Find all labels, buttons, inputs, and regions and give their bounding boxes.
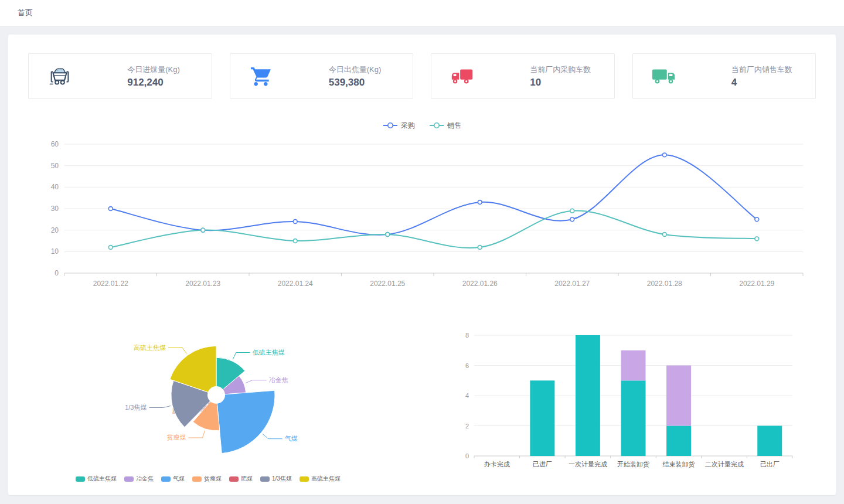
pie-legend-label: 1/3焦煤 [272,475,292,483]
svg-text:气煤: 气煤 [285,435,298,442]
stat-label: 当前厂内销售车数 [731,64,809,75]
svg-text:2022.01.24: 2022.01.24 [278,280,313,288]
svg-text:2: 2 [465,423,469,430]
svg-text:20: 20 [51,226,59,234]
mine-cart-icon [29,64,90,88]
line-legend-marker-icon [429,122,444,129]
svg-text:10: 10 [51,247,59,256]
pie-legend-label: 冶金焦 [136,475,154,483]
stat-card-purchase-trucks: 当前厂内采购车数 10 [431,53,615,99]
pie-legend-label: 气煤 [173,475,185,483]
bottom-charts-row: 低硫主焦煤冶金焦气煤贫瘦煤肥煤1/3焦煤高硫主焦煤 低硫主焦煤冶金焦气煤贫瘦煤肥… [8,320,836,483]
svg-text:2022.01.28: 2022.01.28 [647,280,682,288]
svg-text:贫瘦煤: 贫瘦煤 [167,434,186,441]
svg-text:2022.01.22: 2022.01.22 [93,280,128,288]
line-legend-label: 采购 [401,121,415,131]
svg-text:0: 0 [55,269,59,277]
pie-legend-item-肥煤[interactable]: 肥煤 [229,475,253,483]
svg-text:50: 50 [51,162,59,170]
svg-text:2022.01.25: 2022.01.25 [370,280,405,288]
purchase-truck-icon [431,66,493,87]
topbar: 首页 [0,0,844,26]
svg-text:冶金焦: 冶金焦 [269,376,288,383]
coal-type-pie-chart[interactable]: 低硫主焦煤冶金焦气煤贫瘦煤肥煤1/3焦煤高硫主焦煤 [26,320,436,468]
svg-text:2022.01.29: 2022.01.29 [739,280,774,288]
line-series-销售 [108,209,758,249]
stat-value: 539,380 [329,77,407,88]
sales-truck-icon [633,66,695,87]
stat-value: 10 [530,77,608,88]
pie-legend-swatch-icon [161,476,171,482]
pie-legend-item-低硫主焦煤[interactable]: 低硫主焦煤 [76,475,117,483]
stat-value: 912,240 [127,77,205,88]
pie-legend-label: 低硫主焦煤 [87,475,117,483]
pie-legend: 低硫主焦煤冶金焦气煤贫瘦煤肥煤1/3焦煤高硫主焦煤 [76,475,448,483]
stat-card-sales-trucks: 当前厂内销售车数 4 [632,53,816,99]
svg-text:2022.01.27: 2022.01.27 [554,280,590,288]
pie-legend-item-1/3焦煤[interactable]: 1/3焦煤 [260,475,292,483]
svg-text:6: 6 [465,362,469,369]
pie-legend-swatch-icon [229,476,239,482]
svg-text:60: 60 [51,140,59,148]
bar-column: 02468办卡完成已进厂一次计量完成开始装卸货结束装卸货二次计量完成已出厂 [448,320,818,483]
svg-text:开始装卸货: 开始装卸货 [617,461,649,468]
svg-text:1/3焦煤: 1/3焦煤 [125,404,147,411]
pie-legend-item-贫瘦煤[interactable]: 贫瘦煤 [192,475,222,483]
svg-text:40: 40 [51,183,59,191]
pie-legend-swatch-icon [260,476,270,482]
svg-text:2022.01.26: 2022.01.26 [462,280,498,288]
svg-text:已出厂: 已出厂 [760,461,780,468]
pie-legend-label: 贫瘦煤 [204,475,222,483]
pie-legend-swatch-icon [76,476,85,482]
stats-row: 今日进煤量(Kg) 912,240 今日出焦量(Kg) 539,380 [8,35,836,99]
svg-text:0: 0 [465,452,469,459]
svg-text:结束装卸货: 结束装卸货 [663,461,695,468]
svg-text:高硫主焦煤: 高硫主焦煤 [134,344,166,351]
pie-column: 低硫主焦煤冶金焦气煤贫瘦煤肥煤1/3焦煤高硫主焦煤 低硫主焦煤冶金焦气煤贫瘦煤肥… [26,320,448,483]
svg-text:2022.01.23: 2022.01.23 [185,280,220,288]
line-legend-item-采购[interactable]: 采购 [383,121,415,131]
pie-legend-label: 高硫主焦煤 [311,475,341,483]
pie-legend-swatch-icon [300,476,309,482]
stat-label: 当前厂内采购车数 [530,64,608,75]
stat-label: 今日进煤量(Kg) [127,64,205,75]
svg-text:二次计量完成: 二次计量完成 [705,461,744,468]
line-legend: 采购销售 [8,120,836,131]
line-chart-section: 采购销售 01020304050602022.01.222022.01.2320… [8,120,836,294]
stat-value: 4 [731,77,809,88]
svg-text:一次计量完成: 一次计量完成 [569,461,607,468]
pie-legend-item-高硫主焦煤[interactable]: 高硫主焦煤 [300,475,341,483]
line-legend-marker-icon [383,122,398,129]
stat-card-coke-out: 今日出焦量(Kg) 539,380 [230,53,414,99]
stat-label: 今日出焦量(Kg) [329,64,407,75]
purchase-sales-line-chart[interactable]: 01020304050602022.01.222022.01.232022.01… [23,135,821,294]
pie-legend-item-气煤[interactable]: 气煤 [161,475,185,483]
pie-slice-气煤: 气煤 [216,390,298,453]
svg-text:8: 8 [465,332,469,339]
pie-legend-swatch-icon [124,476,134,482]
shopping-cart-icon [230,64,292,88]
svg-text:已进厂: 已进厂 [533,461,552,468]
dashboard-card: 今日进煤量(Kg) 912,240 今日出焦量(Kg) 539,380 [8,35,836,495]
stat-card-coal-in: 今日进煤量(Kg) 912,240 [28,53,212,99]
line-legend-item-销售[interactable]: 销售 [429,121,461,131]
vehicle-status-bar-chart[interactable]: 02468办卡完成已进厂一次计量完成开始装卸货结束装卸货二次计量完成已出厂 [448,328,799,475]
line-legend-label: 销售 [447,121,461,131]
svg-text:办卡完成: 办卡完成 [484,461,510,468]
svg-text:30: 30 [51,205,59,213]
svg-text:低硫主焦煤: 低硫主焦煤 [253,349,285,356]
pie-legend-item-冶金焦[interactable]: 冶金焦 [124,475,154,483]
breadcrumb[interactable]: 首页 [18,8,33,18]
svg-text:4: 4 [465,392,469,399]
pie-legend-label: 肥煤 [241,475,253,483]
pie-legend-swatch-icon [192,476,202,482]
